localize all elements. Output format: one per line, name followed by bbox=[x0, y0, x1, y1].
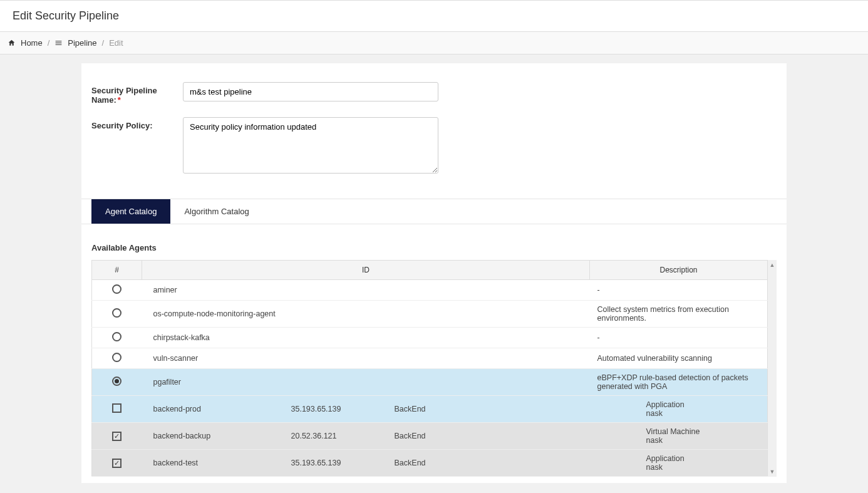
col-select: # bbox=[92, 261, 142, 280]
radio-select[interactable] bbox=[112, 376, 121, 386]
policy-label: Security Policy: bbox=[91, 117, 183, 130]
tab-agent-catalog[interactable]: Agent Catalog bbox=[91, 199, 170, 224]
breadcrumb-sep: / bbox=[48, 38, 50, 48]
checkbox-select[interactable]: ✓ bbox=[112, 432, 121, 441]
agent-desc: Automated vulnerability scanning bbox=[590, 348, 768, 369]
checkbox-select[interactable]: ✓ bbox=[112, 459, 121, 468]
radio-select[interactable] bbox=[112, 284, 121, 294]
col-id: ID bbox=[142, 261, 590, 280]
table-row[interactable]: ✓backend-backup20.52.36.121BackEndVirtua… bbox=[92, 423, 768, 450]
tabs: Agent Catalog Algorithm Catalog bbox=[81, 199, 787, 224]
table-row[interactable]: vuln-scannerAutomated vulnerability scan… bbox=[92, 348, 768, 369]
table-row[interactable]: pgafiltereBPF+XDP rule-based detection o… bbox=[92, 369, 768, 396]
subrow-id: backend-test35.193.65.139BackEnd bbox=[142, 450, 590, 477]
policy-input[interactable] bbox=[183, 117, 438, 174]
table-row[interactable]: chirpstack-kafka- bbox=[92, 328, 768, 348]
breadcrumb-pipeline[interactable]: Pipeline bbox=[68, 38, 96, 48]
checkbox-select[interactable] bbox=[112, 403, 121, 413]
header: Edit Security Pipeline bbox=[0, 0, 868, 32]
main-card: Security Pipeline Name:* Security Policy… bbox=[81, 63, 787, 483]
subrow-desc: Virtual Machinenask bbox=[590, 423, 768, 450]
agent-desc: - bbox=[590, 328, 768, 348]
agents-section: Available Agents # ID Description aminer… bbox=[81, 224, 787, 483]
table-row[interactable]: aminer- bbox=[92, 280, 768, 301]
subrow-id: backend-backup20.52.36.121BackEnd bbox=[142, 423, 590, 450]
breadcrumb-sep: / bbox=[102, 38, 105, 48]
pipeline-name-input[interactable] bbox=[183, 82, 438, 101]
scroll-up-icon[interactable]: ▲ bbox=[770, 262, 775, 268]
agents-table: # ID Description aminer-os-compute-node-… bbox=[91, 260, 768, 477]
radio-select[interactable] bbox=[112, 332, 121, 341]
radio-select[interactable] bbox=[112, 308, 121, 318]
form-section: Security Pipeline Name:* Security Policy… bbox=[81, 63, 787, 199]
page-title: Edit Security Pipeline bbox=[13, 9, 855, 23]
home-icon bbox=[8, 39, 16, 47]
list-icon bbox=[54, 39, 63, 47]
agent-desc: Collect system metrics from execution en… bbox=[590, 301, 768, 328]
scroll-down-icon[interactable]: ▼ bbox=[770, 469, 775, 475]
col-desc: Description bbox=[590, 261, 768, 280]
breadcrumb-current: Edit bbox=[109, 38, 123, 48]
table-row[interactable]: os-compute-node-monitoring-agentCollect … bbox=[92, 301, 768, 328]
agent-desc: - bbox=[590, 280, 768, 301]
subrow-desc: Applicationnask bbox=[590, 396, 768, 423]
table-scrollbar[interactable]: ▲ ▼ bbox=[768, 260, 777, 477]
agent-id: vuln-scanner bbox=[142, 348, 590, 369]
subrow-desc: Applicationnask bbox=[590, 450, 768, 477]
breadcrumb: Home / Pipeline / Edit bbox=[0, 32, 868, 54]
radio-select[interactable] bbox=[112, 353, 121, 362]
breadcrumb-home[interactable]: Home bbox=[21, 38, 43, 48]
name-label: Security Pipeline Name:* bbox=[91, 82, 183, 105]
tab-algorithm-catalog[interactable]: Algorithm Catalog bbox=[170, 199, 262, 224]
table-row[interactable]: backend-prod35.193.65.139BackEndApplicat… bbox=[92, 396, 768, 423]
agent-desc: eBPF+XDP rule-based detection of packets… bbox=[590, 369, 768, 396]
agent-id: chirpstack-kafka bbox=[142, 328, 590, 348]
table-row[interactable]: ✓backend-test35.193.65.139BackEndApplica… bbox=[92, 450, 768, 477]
agent-id: os-compute-node-monitoring-agent bbox=[142, 301, 590, 328]
agents-title: Available Agents bbox=[91, 243, 777, 252]
agent-id: pgafilter bbox=[142, 369, 590, 396]
agent-id: aminer bbox=[142, 280, 590, 301]
subrow-id: backend-prod35.193.65.139BackEnd bbox=[142, 396, 590, 423]
